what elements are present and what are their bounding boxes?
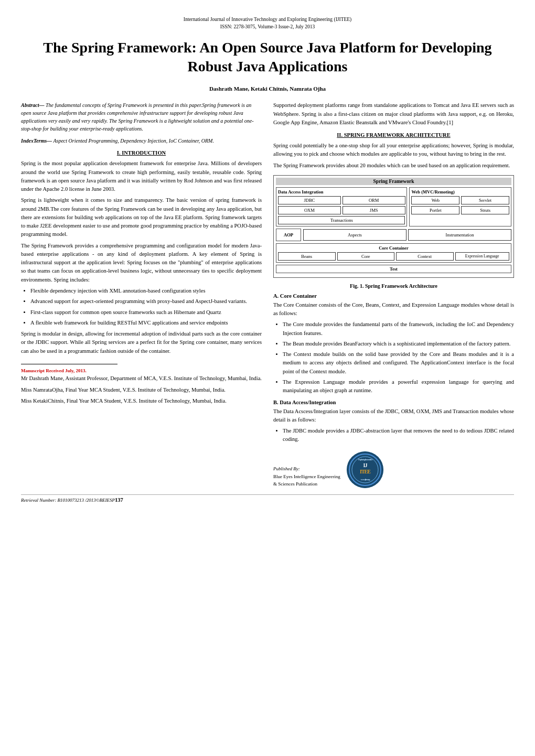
svg-text:IJ: IJ [363, 462, 367, 468]
section1-bullets: Flexible dependency injection with XML a… [30, 287, 262, 327]
abstract-text: The fundamental concepts of Spring Frame… [21, 102, 254, 132]
right-column: Supported deployment platforms range fro… [273, 101, 514, 488]
diagram-top-row: Data Access Integration JDBC ORM OXM JMS… [276, 187, 511, 226]
section2-para2: The Spring Framework provides about 20 m… [273, 161, 514, 170]
journal-name: International Journal of Innovative Tech… [184, 17, 351, 22]
web-row2: Portlet Struts [411, 206, 509, 214]
section1-title: I. INTRODUCTION [21, 150, 262, 156]
bullet-1: Flexible dependency injection with XML a… [30, 287, 262, 295]
jms-btn: JMS [343, 206, 405, 214]
index-terms-text: Aspect Oriented Programming, Dependency … [52, 138, 214, 144]
transactions-btn: Transactions [278, 216, 405, 224]
journal-issn: ISSN: 2278-3075, Volume-3 Issue-2, July … [220, 24, 315, 29]
published-by: Published By: Blue Eyes Intelligence Eng… [273, 465, 340, 488]
subsection-b-intro: The Data Acscess/Integration layer consi… [273, 407, 514, 425]
abstract-label: Abstract— [21, 102, 44, 108]
published-line2: & Sciences Publication [273, 480, 340, 488]
diagram-title: Spring Framework [276, 178, 511, 185]
web-row1: Web Servlet [411, 196, 509, 204]
bullet-2: Advanced support for aspect-oriented pro… [30, 297, 262, 306]
core-btn: Core [337, 252, 395, 261]
jdbc-btn: JDBC [278, 196, 341, 204]
index-terms: IndexTerms— Aspect Oriented Programming,… [21, 137, 262, 145]
section2-title-text: II. SPRING FRAMEWORK ARCHITECTURE [337, 132, 450, 138]
spring-framework-diagram: Spring Framework Data Access Integration… [273, 175, 514, 278]
fig-caption: Fig. 1. Spring Framework Architecture [273, 283, 514, 289]
retrieval-number: Retrieval Number: B1010073213 /2013©BEIE… [21, 498, 115, 503]
footnote-author-3: Miss KetakiChitnis, Final Year MCA Stude… [21, 397, 262, 405]
data-access-row1: JDBC ORM [278, 196, 405, 204]
core-container-section: Core Container Beans Core Context Expres… [276, 243, 511, 263]
footnote-author-2: Miss NamrataOjha, Final Year MCA Student… [21, 386, 262, 394]
bullet-4: A flexible web framework for building RE… [30, 319, 262, 327]
section2-title: II. SPRING FRAMEWORK ARCHITECTURE [273, 132, 514, 138]
manuscript-received: Manuscript Received July, 2013. [21, 368, 262, 375]
subsec-a-bullet-4: The Expression Language module provides … [283, 378, 514, 395]
section2-para1: Spring could potentially be a one-stop s… [273, 142, 514, 159]
right-col-para1: Supported deployment platforms range fro… [273, 101, 514, 127]
orm-btn: ORM [343, 196, 405, 204]
svg-text:www.ijitee.org: www.ijitee.org [360, 478, 370, 481]
subsec-a-bullet-1: The Core module provides the fundamental… [283, 320, 514, 338]
logo-area: IJ ITEE www.ijitee.org Exploring Innovat… [347, 451, 383, 488]
oxm-btn: OXM [278, 206, 341, 214]
section1-para2: Spring is lightweight when it comes to s… [21, 196, 262, 239]
subsec-a-bullet-2: The Bean module provides BeanFactory whi… [283, 340, 514, 348]
main-title: The Spring Framework: An Open Source Jav… [21, 38, 514, 77]
core-container-title: Core Container [278, 245, 509, 251]
bullet-3: First-class support for common open sour… [30, 308, 262, 317]
data-access-row2: OXM JMS [278, 206, 405, 214]
context-btn: Context [396, 252, 454, 261]
section1-para1: Spring is the most popular application d… [21, 159, 262, 193]
subsec-a-bullet-3: The Context module builds on the solid b… [283, 350, 514, 376]
expression-language-btn: Expression Language [455, 252, 510, 261]
aop-btns: Aspects Instrumentation [303, 229, 511, 241]
journal-header: International Journal of Innovative Tech… [21, 16, 514, 31]
servlet-btn: Servlet [461, 196, 509, 204]
core-row1: Beans Core Context Expression Language [278, 252, 509, 261]
subsection-b-bullets: The JDBC module provides a JDBC-abstract… [283, 427, 514, 444]
index-terms-label: IndexTerms— [21, 138, 52, 144]
web-title: Web (MVC/Remoting) [411, 189, 509, 195]
svg-text:ITEE: ITEE [360, 469, 371, 474]
data-access-title: Data Access Integration [278, 189, 405, 195]
test-row: Test [276, 265, 511, 273]
web-section: Web (MVC/Remoting) Web Servlet Portlet S… [409, 187, 511, 226]
subsec-b-bullet-1: The JDBC module provides a JDBC-abstract… [283, 427, 514, 444]
data-access-section: Data Access Integration JDBC ORM OXM JMS… [276, 187, 407, 226]
struts-btn: Struts [461, 206, 509, 214]
section1-closing: Spring is modular in design, allowing fo… [21, 330, 262, 355]
subsection-a-intro: The Core Container consists of the Core,… [273, 301, 514, 318]
beans-btn: Beans [278, 252, 336, 261]
abstract-block: Abstract— The fundamental concepts of Sp… [21, 101, 262, 133]
authors: Dashrath Mane, Ketaki Chitnis, Namrata O… [21, 85, 514, 92]
web-btn: Web [411, 196, 459, 204]
portlet-btn: Portlet [411, 206, 459, 214]
pub-logo-row: Published By: Blue Eyes Intelligence Eng… [273, 448, 514, 488]
footnote-divider [21, 364, 117, 364]
subsection-b-title: B. Data Access/Integration [273, 399, 514, 405]
footnote-section: Manuscript Received July, 2013. Mr Dashr… [21, 368, 262, 405]
core-container-row: Core Container Beans Core Context Expres… [276, 243, 511, 263]
main-content: Abstract— The fundamental concepts of Sp… [21, 101, 514, 488]
svg-text:Exploring Innovation: Exploring Innovation [358, 458, 372, 461]
retrieval-footer: Retrieval Number: B1010073213 /2013©BEIE… [21, 494, 514, 503]
subsection-a-bullets: The Core module provides the fundamental… [283, 320, 514, 395]
footnote-author-1: Mr Dashrath Mane, Assistant Professor, D… [21, 374, 262, 383]
left-column: Abstract— The fundamental concepts of Sp… [21, 101, 262, 408]
published-by-label: Published By: [273, 465, 340, 472]
section1-para3: The Spring Framework provides a comprehe… [21, 242, 262, 284]
published-line1: Blue Eyes Intelligence Engineering [273, 473, 340, 480]
aop-row: AOP Aspects Instrumentation [276, 229, 511, 241]
page-number: 137 [115, 497, 123, 503]
aspects-btn: Aspects [303, 229, 406, 241]
instrumentation-btn: Instrumentation [408, 229, 511, 241]
ijitee-logo: IJ ITEE www.ijitee.org Exploring Innovat… [347, 451, 383, 488]
aop-label: AOP [276, 229, 301, 241]
subsection-a-title: A. Core Container [273, 293, 514, 299]
